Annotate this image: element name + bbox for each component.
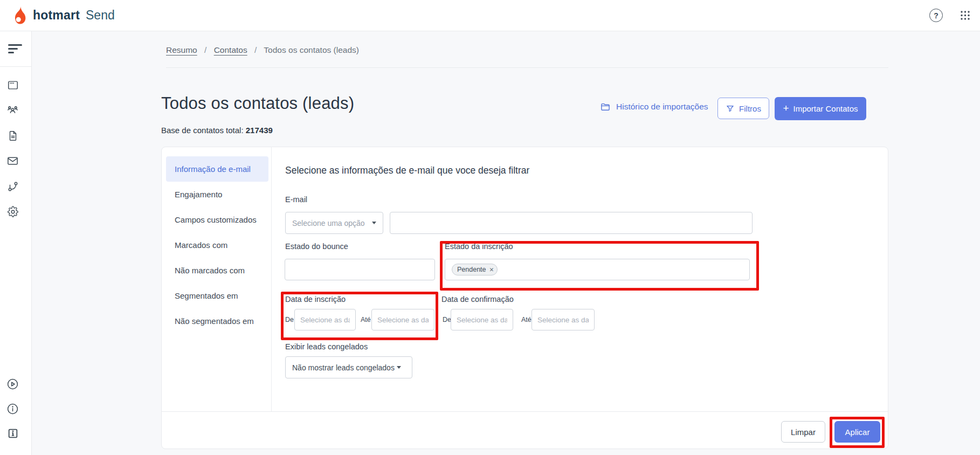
help-icon[interactable]: ?	[929, 9, 943, 22]
chevron-down-icon	[397, 366, 401, 369]
users-icon	[6, 104, 19, 116]
clear-button[interactable]: Limpar	[781, 421, 825, 443]
sidebar-collapse-icon[interactable]	[8, 44, 23, 54]
gear-icon	[7, 206, 19, 218]
sidebar-item-dashboard[interactable]	[0, 72, 25, 98]
plus-icon: +	[783, 102, 789, 114]
import-contacts-button[interactable]: + Importar Contatos	[775, 97, 866, 120]
subscription-state-label: Estado da inscrição	[445, 242, 513, 251]
filter-panel: Informação de e-mail Engajamento Campos …	[161, 147, 888, 449]
pendente-chip: Pendente ✕	[452, 264, 498, 275]
breadcrumb-separator: /	[204, 45, 206, 54]
breadcrumb-resumo[interactable]: Resumo	[166, 45, 197, 54]
bounce-state-label: Estado do bounce	[285, 242, 348, 251]
sidebar-nav	[0, 72, 25, 224]
email-condition-select-value: Selecione uma opção	[292, 219, 365, 228]
breadcrumb-divider	[166, 67, 888, 68]
bounce-state-input[interactable]	[285, 259, 435, 280]
chip-close-icon[interactable]: ✕	[489, 266, 494, 273]
app-header: hotmart Send ?	[0, 0, 980, 31]
confirmation-date-from-label: De	[443, 309, 451, 330]
frozen-leads-select-value: Não mostrar leads congelados	[292, 363, 395, 372]
menu-item-engajamento[interactable]: Engajamento	[166, 182, 268, 207]
brand-name: hotmart	[33, 8, 80, 23]
filter-section-heading: Selecione as informações de e-mail que v…	[285, 165, 529, 176]
email-value-input[interactable]	[390, 212, 753, 234]
sidebar-item-automation[interactable]	[0, 174, 25, 199]
git-branch-icon	[7, 181, 19, 192]
hotmart-flame-icon	[12, 6, 28, 25]
app-root: hotmart Send ?	[0, 0, 980, 455]
import-history-label: Histórico de importações	[616, 102, 708, 112]
sidebar-item-documents[interactable]	[0, 123, 25, 148]
info-circle-icon	[6, 403, 19, 415]
confirmation-date-from-input[interactable]	[451, 309, 513, 330]
folder-icon	[600, 101, 611, 112]
subscription-date-to-input[interactable]	[371, 309, 434, 330]
email-condition-select[interactable]: Selecione uma opção	[285, 212, 383, 234]
browser-window-icon	[7, 79, 19, 91]
sidebar-footer-nav	[0, 371, 25, 446]
menu-item-nao-segmentados-em[interactable]: Não segmentados em	[166, 308, 268, 334]
brand-logo[interactable]: hotmart Send	[0, 6, 115, 25]
document-icon	[7, 130, 19, 142]
apply-button[interactable]: Aplicar	[834, 421, 880, 443]
filters-button-label: Filtros	[739, 104, 761, 113]
footer-divider	[162, 411, 888, 412]
chevron-down-icon	[372, 222, 376, 224]
filters-button[interactable]: Filtros	[717, 98, 769, 119]
brand-product: Send	[86, 8, 115, 23]
confirmation-date-to-label: Até	[521, 309, 532, 330]
subscription-date-to-label: Até	[361, 309, 371, 330]
sidebar-item-about[interactable]	[0, 421, 25, 446]
menu-item-segmentados-em[interactable]: Segmentados em	[166, 283, 268, 308]
mail-icon	[6, 155, 19, 167]
menu-item-nao-marcados-com[interactable]: Não marcados com	[166, 258, 268, 283]
sidebar-item-email[interactable]	[0, 148, 25, 174]
sidebar-item-tutorials[interactable]	[0, 371, 25, 396]
import-history-link[interactable]: Histórico de importações	[600, 101, 708, 112]
sidebar	[0, 31, 32, 455]
play-circle-icon	[6, 378, 19, 390]
menu-item-marcados-com[interactable]: Marcados com	[166, 232, 268, 258]
breadcrumb-current: Todos os contatos (leads)	[264, 45, 359, 54]
contact-base-value: 217439	[246, 126, 273, 135]
menu-item-campos-customizados[interactable]: Campos customizados	[166, 207, 268, 232]
confirmation-date-to-input[interactable]	[532, 309, 595, 330]
funnel-icon	[726, 104, 735, 113]
contact-base-total: Base de contatos total: 217439	[161, 126, 273, 135]
page-title: Todos os contatos (leads)	[161, 94, 354, 113]
sidebar-divider	[0, 66, 31, 67]
subscription-date-from-input[interactable]	[294, 309, 356, 330]
frozen-leads-label: Exibir leads congelados	[285, 342, 368, 351]
subscription-date-from-label: De	[285, 309, 294, 330]
import-contacts-label: Importar Contatos	[793, 104, 858, 113]
frozen-leads-select[interactable]: Não mostrar leads congelados	[285, 356, 412, 378]
subscription-state-input[interactable]: Pendente ✕	[445, 259, 750, 280]
breadcrumb-separator: /	[254, 45, 257, 54]
email-label: E-mail	[285, 195, 307, 204]
breadcrumb: Resumo / Contatos / Todos os contatos (l…	[166, 45, 359, 55]
header-actions: ?	[929, 9, 980, 22]
sidebar-item-help[interactable]	[0, 396, 25, 421]
confirmation-date-label: Data de confirmação	[441, 295, 514, 304]
sidebar-item-contacts[interactable]	[0, 98, 25, 123]
subscription-date-label: Data de inscrição	[285, 295, 346, 304]
pendente-chip-label: Pendente	[457, 266, 486, 273]
filter-menu: Informação de e-mail Engajamento Campos …	[162, 147, 272, 411]
contact-base-label: Base de contatos total:	[161, 126, 246, 135]
breadcrumb-contatos[interactable]: Contatos	[214, 45, 247, 54]
apps-grid-icon[interactable]	[960, 10, 970, 20]
info-square-icon	[7, 428, 19, 439]
sidebar-item-settings[interactable]	[0, 199, 25, 224]
menu-item-informacao-email[interactable]: Informação de e-mail	[166, 156, 268, 182]
